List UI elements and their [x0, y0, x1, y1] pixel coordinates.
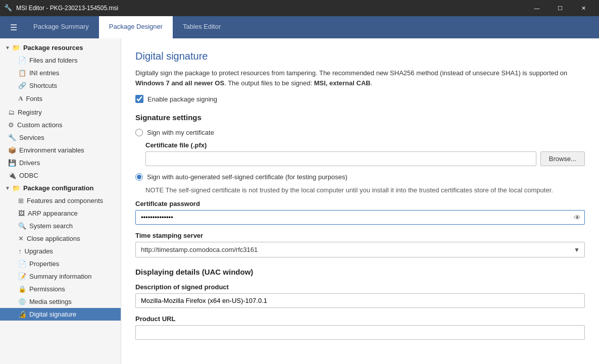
summary-icon: 📝 [18, 273, 26, 280]
radio-my-cert-label[interactable]: Sign with my certificate [147, 129, 214, 136]
sidebar-item-close-applications[interactable]: ✕ Close applications [0, 232, 121, 245]
sidebar-item-properties[interactable]: 📄 Properties [0, 257, 121, 270]
sidebar-item-files-folders[interactable]: 📄 Files and folders [0, 54, 121, 67]
sidebar-item-ini-entries[interactable]: 📋 INI entries [0, 67, 121, 79]
radio-auto-cert-row: Sign with auto-generated self-signed cer… [135, 173, 585, 181]
sidebar-group-package-resources[interactable]: ▼ 📁 Package resources [0, 41, 121, 54]
sidebar-item-label-arp-appearance: ARP appearance [28, 210, 78, 217]
sidebar-group-package-configuration[interactable]: ▼ 📁 Package configuration [0, 182, 121, 194]
font-icon: A [18, 94, 23, 102]
properties-icon: 📄 [18, 260, 26, 268]
page-title: Digital signature [135, 50, 585, 62]
sidebar-item-permissions[interactable]: 🔒 Permissions [0, 283, 121, 295]
sidebar-item-label-files-folders: Files and folders [29, 57, 77, 64]
odbc-icon: 🔌 [8, 172, 16, 179]
product-url-input[interactable] [135, 325, 585, 340]
cert-file-group: Certificate file (.pfx) Browse... [135, 141, 585, 166]
features-icon: ⊞ [18, 197, 24, 204]
sidebar-item-registry[interactable]: 🗂 Registry [0, 106, 121, 119]
chevron-down-icon-2: ▼ [5, 185, 10, 191]
sidebar-item-label-ini-entries: INI entries [29, 69, 59, 77]
timestamp-server-group: Time stamping server http://timestamp.co… [135, 232, 585, 257]
chevron-down-icon: ▼ [5, 45, 10, 50]
sidebar-item-system-search[interactable]: 🔍 System search [0, 220, 121, 232]
registry-icon: 🗂 [8, 109, 15, 116]
radio-my-cert[interactable] [135, 129, 143, 136]
sidebar-item-label-digital-signature: Digital signature [29, 310, 76, 318]
sidebar-item-label-permissions: Permissions [29, 285, 65, 293]
note-text: NOTE The self-signed certificate is not … [135, 186, 585, 195]
sidebar-item-label-environment-variables: Environment variables [19, 146, 84, 154]
browse-button[interactable]: Browse... [540, 151, 585, 166]
hamburger-menu-button[interactable]: ☰ [4, 16, 23, 38]
sidebar-item-odbc[interactable]: 🔌 ODBC [0, 169, 121, 182]
sidebar-group-label-package-configuration: Package configuration [23, 184, 93, 192]
sidebar-item-label-registry: Registry [18, 109, 42, 116]
radio-auto-cert[interactable] [135, 173, 143, 181]
sidebar-item-label-odbc: ODBC [19, 172, 38, 179]
cert-file-input[interactable] [145, 151, 536, 166]
navbar: ☰ Package Summary Package Designer Table… [0, 16, 599, 38]
cert-file-row: Browse... [145, 151, 585, 166]
drivers-icon: 💾 [8, 159, 16, 167]
sidebar-group-label-package-resources: Package resources [23, 44, 83, 51]
timestamp-server-select[interactable]: http://timestamp.comodoca.com/rfc3161 [135, 242, 585, 257]
folder-icon: 📁 [12, 44, 20, 51]
signed-product-input[interactable] [135, 293, 585, 308]
cert-password-row: 👁 [135, 210, 585, 225]
sidebar-item-summary-information[interactable]: 📝 Summary information [0, 270, 121, 283]
tab-package-summary[interactable]: Package Summary [23, 16, 99, 38]
config-folder-icon: 📁 [12, 184, 20, 192]
sidebar-item-media-settings[interactable]: 💿 Media settings [0, 295, 121, 308]
ini-icon: 📋 [18, 69, 26, 77]
sidebar-item-label-upgrades: Upgrades [25, 247, 53, 255]
product-url-group: Product URL [135, 315, 585, 340]
password-wrapper: 👁 [135, 210, 585, 225]
cert-file-label: Certificate file (.pfx) [145, 141, 585, 149]
sidebar-item-features-components[interactable]: ⊞ Features and components [0, 194, 121, 207]
arp-icon: 🖼 [18, 210, 25, 217]
app-icon: 🔧 [4, 4, 12, 12]
enable-signing-row: Enable package signing [135, 95, 585, 103]
eye-icon[interactable]: 👁 [574, 214, 581, 222]
sidebar-section-package-resources: ▼ 📁 Package resources 📄 Files and folder… [0, 41, 121, 105]
sidebar-item-fonts[interactable]: A Fonts [0, 92, 121, 105]
radio-auto-cert-label[interactable]: Sign with auto-generated self-signed cer… [147, 173, 347, 181]
sidebar-item-label-system-search: System search [29, 222, 73, 230]
cert-password-input[interactable] [135, 210, 585, 225]
sidebar-item-custom-actions[interactable]: ⚙ Custom actions [0, 119, 121, 131]
minimize-button[interactable]: — [525, 0, 548, 16]
sidebar-item-arp-appearance[interactable]: 🖼 ARP appearance [0, 207, 121, 220]
product-url-label: Product URL [135, 315, 585, 323]
timestamp-select-wrapper: http://timestamp.comodoca.com/rfc3161 ▼ [135, 242, 585, 257]
titlebar-title: MSI Editor - PKG-230213-154505.msi [16, 5, 525, 12]
upgrades-icon: ↑ [18, 247, 22, 255]
titlebar: 🔧 MSI Editor - PKG-230213-154505.msi — ☐… [0, 0, 599, 16]
close-button[interactable]: ✕ [572, 0, 595, 16]
enable-signing-label[interactable]: Enable package signing [147, 95, 217, 103]
tab-package-designer[interactable]: Package Designer [99, 16, 173, 38]
file-icon: 📄 [18, 57, 26, 64]
sidebar-item-label-services: Services [19, 134, 44, 141]
sidebar-item-label-features-components: Features and components [27, 197, 103, 204]
sidebar-item-label-drivers: Drivers [19, 159, 40, 167]
sidebar-item-shortcuts[interactable]: 🔗 Shortcuts [0, 79, 121, 92]
sidebar-item-digital-signature[interactable]: 🔏 Digital signature [0, 308, 121, 321]
displaying-details-header: Displaying details (UAC window) [135, 268, 585, 276]
tab-tables-editor[interactable]: Tables Editor [173, 16, 231, 38]
cert-password-group: Certificate password 👁 [135, 200, 585, 225]
signature-icon: 🔏 [18, 310, 26, 318]
sidebar-item-environment-variables[interactable]: 📦 Environment variables [0, 144, 121, 157]
titlebar-controls: — ☐ ✕ [525, 0, 595, 16]
sidebar-item-label-fonts: Fonts [26, 95, 42, 102]
lock-icon: 🔒 [18, 285, 26, 293]
sidebar-item-drivers[interactable]: 💾 Drivers [0, 157, 121, 169]
sidebar-item-upgrades[interactable]: ↑ Upgrades [0, 245, 121, 257]
sidebar-item-label-custom-actions: Custom actions [17, 121, 63, 129]
sidebar-item-services[interactable]: 🔧 Services [0, 131, 121, 144]
enable-signing-checkbox[interactable] [135, 95, 143, 103]
cert-password-label: Certificate password [135, 200, 585, 207]
maximize-button[interactable]: ☐ [548, 0, 572, 16]
main-content: Digital signature Digitally sign the pac… [121, 38, 599, 364]
main-layout: ▼ 📁 Package resources 📄 Files and folder… [0, 38, 599, 364]
